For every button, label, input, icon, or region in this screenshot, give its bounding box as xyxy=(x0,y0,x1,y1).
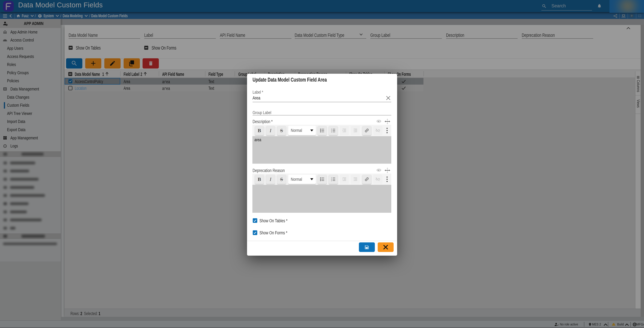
svg-text:1: 1 xyxy=(331,177,332,179)
svg-text:2: 2 xyxy=(331,130,332,131)
svg-text:1: 1 xyxy=(331,128,332,130)
svg-text:3: 3 xyxy=(331,180,332,182)
svg-text:3: 3 xyxy=(331,131,332,133)
svg-text:2: 2 xyxy=(331,179,332,180)
